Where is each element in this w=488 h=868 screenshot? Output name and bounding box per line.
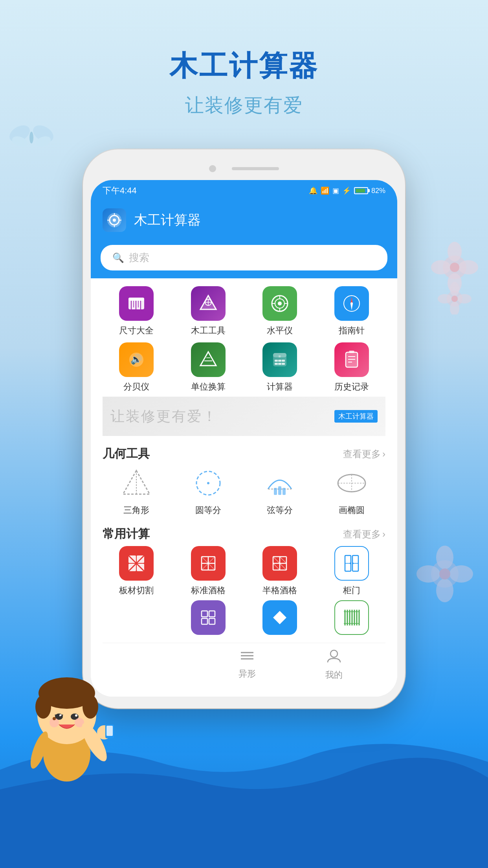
- mugunggongju-icon: [191, 286, 226, 321]
- svg-point-4: [29, 132, 33, 143]
- svg-rect-63: [278, 363, 281, 365]
- svg-marker-117: [273, 611, 286, 624]
- calc-section-more[interactable]: 查看更多 ›: [343, 528, 385, 541]
- svg-point-112: [352, 563, 354, 564]
- tab-bar: 异形 我的: [103, 643, 385, 689]
- app-icon: [103, 208, 126, 232]
- svg-point-10: [450, 263, 459, 272]
- guimen-icon: [334, 546, 369, 581]
- grid-item-yuandengfen[interactable]: 圆等分: [174, 466, 242, 516]
- extra1-icon: [191, 600, 226, 635]
- grid-item-sanjiaoxing[interactable]: 三角形: [103, 466, 171, 516]
- grid-item-bancaiqiegge[interactable]: 板材切割: [103, 546, 171, 596]
- charging-icon: ⚡: [342, 186, 351, 195]
- app-bar-title: 木工计算器: [134, 211, 201, 229]
- search-box[interactable]: 🔍 搜索: [101, 245, 387, 270]
- svg-point-8: [431, 260, 451, 274]
- jisuanqi-icon: ≡: [262, 342, 297, 377]
- zhinanzhen-icon: [334, 286, 369, 321]
- svg-point-16: [451, 296, 458, 302]
- battery-indicator: [354, 187, 368, 194]
- grid-item-huatuoyuan[interactable]: 画椭圆: [318, 466, 386, 516]
- grid-item-danweihuan[interactable]: 单位换算: [174, 342, 242, 393]
- svg-text:≡: ≡: [279, 354, 281, 359]
- grid-item-fenbeyi[interactable]: 🔊 分贝仪: [103, 342, 171, 393]
- svg-rect-64: [282, 363, 285, 365]
- svg-rect-113: [202, 611, 207, 617]
- huatuoyuan-icon: [334, 466, 369, 500]
- biaozhunjiu-icon: [191, 546, 226, 581]
- svg-marker-53: [200, 352, 216, 366]
- app-header: 木工计算器 让装修更有爱: [0, 0, 488, 118]
- grid-item-extra2[interactable]: [246, 600, 314, 635]
- svg-point-25: [113, 219, 116, 222]
- huatuoyuan-label: 画椭圆: [339, 504, 365, 516]
- svg-rect-78: [278, 486, 281, 495]
- svg-point-142: [53, 717, 56, 720]
- geo-section-title: 几何工具: [103, 446, 150, 462]
- svg-rect-60: [278, 360, 281, 362]
- grid-item-extra3[interactable]: [318, 600, 386, 635]
- svg-point-111: [350, 563, 351, 564]
- lishijilu-icon: [334, 342, 369, 377]
- bell-icon: 🔔: [309, 186, 317, 195]
- phone-mockup: 下午4:44 🔔 📶 ▣ ⚡ 82%: [83, 149, 405, 708]
- sanjiaoxing-label: 三角形: [123, 504, 149, 516]
- svg-rect-70: [349, 351, 354, 353]
- bangejiu-label: 半格酒格: [262, 585, 297, 596]
- phone-camera: [209, 165, 216, 172]
- svg-rect-59: [275, 360, 278, 362]
- svg-rect-147: [106, 726, 113, 736]
- svg-point-21: [449, 565, 473, 583]
- grid-item-guimen[interactable]: 柜门: [318, 546, 386, 596]
- svg-rect-62: [275, 363, 278, 365]
- svg-point-19: [436, 579, 453, 602]
- banner-text: 让装修更有爱！: [110, 407, 218, 426]
- app-subtitle: 让装修更有爱: [0, 93, 488, 118]
- svg-point-14: [438, 294, 452, 303]
- xiandengfen-label: 弦等分: [267, 504, 293, 516]
- grid-item-mugunggongju[interactable]: 木工工具: [174, 286, 242, 337]
- grid-item-lishijilu[interactable]: 历史记录: [318, 342, 386, 393]
- bancaiqiegge-label: 板材切割: [119, 585, 154, 596]
- grid-item-bangejiu[interactable]: 半格酒格: [246, 546, 314, 596]
- svg-point-9: [459, 260, 478, 274]
- grid-item-zhinanzhen[interactable]: 指南针: [318, 286, 386, 337]
- svg-rect-114: [209, 611, 215, 617]
- banner-badge: 木工计算器: [334, 410, 378, 423]
- jisuanqi-label: 计算器: [267, 381, 293, 393]
- tab-wode[interactable]: 我的: [325, 649, 343, 681]
- tab-yixing[interactable]: 异形: [238, 649, 256, 681]
- app-title: 木工计算器: [0, 47, 488, 85]
- geo-section-more[interactable]: 查看更多 ›: [343, 448, 385, 460]
- svg-rect-61: [282, 360, 285, 362]
- app-bar: 木工计算器: [91, 201, 397, 239]
- svg-line-105: [273, 563, 280, 570]
- grid-item-xiandengfen[interactable]: 弦等分: [246, 466, 314, 516]
- svg-rect-79: [283, 488, 286, 495]
- status-time: 下午4:44: [103, 185, 137, 197]
- grid-item-extra1[interactable]: [174, 600, 242, 635]
- svg-point-6: [448, 242, 462, 261]
- bangejiu-icon: [262, 546, 297, 581]
- grid-item-chichidaquan[interactable]: 尺寸大全: [103, 286, 171, 337]
- status-icons: 🔔 📶 ▣ ⚡ 82%: [309, 186, 385, 195]
- search-placeholder: 搜索: [129, 251, 149, 265]
- svg-point-50: [350, 302, 353, 305]
- yixing-tab-label: 异形: [238, 668, 256, 680]
- geo-section-header: 几何工具 查看更多 ›: [103, 440, 385, 466]
- svg-point-139: [75, 714, 77, 717]
- svg-rect-116: [209, 618, 215, 624]
- grid-item-biaozhunjiu[interactable]: 标准酒格: [174, 546, 242, 596]
- main-grid-section: 尺寸大全 木工工具: [91, 278, 397, 697]
- svg-line-104: [280, 557, 286, 563]
- svg-line-106: [280, 563, 286, 570]
- grid-item-jisuanqi[interactable]: ≡ 计算器: [246, 342, 314, 393]
- extra2-icon: [262, 600, 297, 635]
- lishijilu-label: 历史记录: [334, 381, 369, 393]
- svg-text:🔊: 🔊: [130, 353, 142, 365]
- shuipingyi-icon: [262, 286, 297, 321]
- mugunggongju-label: 木工工具: [191, 325, 226, 337]
- grid-item-shuipingyi[interactable]: 水平仪: [246, 286, 314, 337]
- danweihuan-label: 单位换算: [191, 381, 226, 393]
